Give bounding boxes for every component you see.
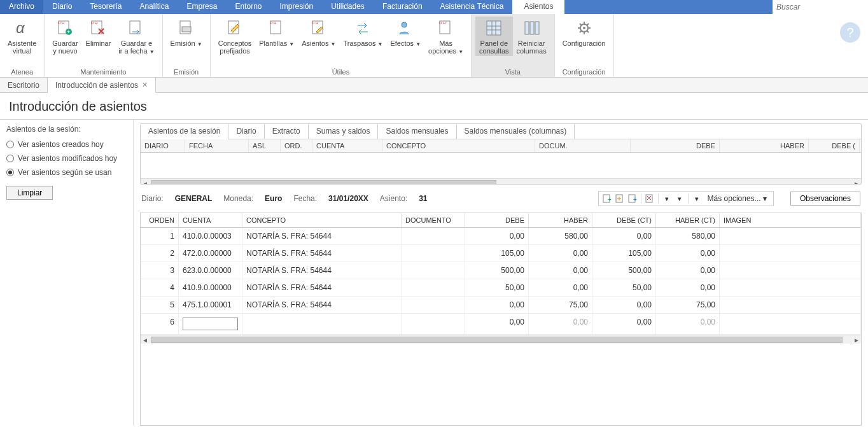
ribbon-btn-traspasos[interactable]: Traspasos ▼ — [339, 17, 386, 49]
radio-modificados-hoy[interactable]: Ver asientos modificados hoy — [6, 154, 127, 163]
tool1-icon[interactable]: ▾ — [661, 193, 673, 204]
svg-rect-20 — [530, 22, 534, 34]
menu-analitica[interactable]: Analítica — [130, 0, 178, 14]
delete-line-icon[interactable] — [644, 193, 655, 204]
subtab-sumas-y-saldos[interactable]: Sumas y saldos — [309, 124, 379, 139]
cell-debe: 0,00 — [465, 297, 529, 314]
session-col-debe[interactable]: DEBE — [631, 139, 720, 152]
tab-escritorio[interactable]: Escritorio — [0, 78, 48, 92]
ribbon-btn-asistente-virtual[interactable]: αAsistentevirtual — [4, 17, 40, 56]
menu-impresion[interactable]: Impresión — [270, 0, 322, 14]
cell-haber: 0,00 — [529, 262, 592, 279]
session-col-diario[interactable]: DIARIO — [141, 139, 185, 152]
col-imagen[interactable]: IMAGEN — [720, 213, 861, 228]
tool2-icon[interactable]: ▾ — [674, 193, 685, 204]
tab-introduccion-asientos[interactable]: Introducción de asientos ✕ — [48, 78, 156, 93]
menu-asistencia[interactable]: Asistencia Técnica — [431, 0, 513, 14]
scroll-thumb[interactable] — [151, 180, 496, 184]
ribbon-btn-configuración[interactable]: Configuración — [559, 17, 610, 48]
entries-body: 1410.0.0.00003NOTARÍA S. FRA: 546440,005… — [141, 228, 861, 335]
col-documento[interactable]: DOCUMENTO — [402, 213, 465, 228]
session-col-docum[interactable]: DOCUM. — [535, 139, 631, 152]
entries-scrollbar[interactable]: ◄ ► — [141, 335, 861, 344]
table-row[interactable]: 4410.9.0.00000NOTARÍA S. FRA: 5464450,00… — [141, 279, 861, 297]
scroll-right-icon[interactable]: ► — [852, 179, 861, 184]
table-row[interactable]: 1410.0.0.00003NOTARÍA S. FRA: 546440,005… — [141, 228, 861, 245]
session-col-ord[interactable]: ORD. — [281, 139, 312, 152]
cell-debect: 105,00 — [592, 245, 656, 262]
insert-line-icon[interactable] — [614, 193, 626, 204]
ribbon-btn-eliminar[interactable]: D HEliminar — [82, 17, 115, 48]
table-row-editing[interactable]: 60,000,000,000,00 — [141, 314, 861, 335]
menu-facturacion[interactable]: Facturación — [374, 0, 431, 14]
cell-orden: 6 — [141, 314, 179, 335]
radio-segun-usan[interactable]: Ver asientos según se usan — [6, 168, 127, 177]
menu-asientos-active[interactable]: Asientos — [512, 0, 564, 14]
ribbon-btn-guardar-e-ir-a-fecha[interactable]: Guardar eir a fecha ▼ — [115, 17, 158, 57]
mas-opciones-dropdown[interactable]: Más opciones... ▾ — [704, 193, 771, 204]
col-haberct[interactable]: HABER (CT) — [656, 213, 720, 228]
col-orden[interactable]: ORDEN — [141, 213, 179, 228]
cell-orden: 4 — [141, 279, 179, 297]
table-row[interactable]: 5475.1.0.00001NOTARÍA S. FRA: 546440,007… — [141, 297, 861, 314]
ribbon-btn-label: Traspasos ▼ — [343, 39, 382, 48]
ribbon-btn-asientos[interactable]: D HAsientos ▼ — [298, 17, 339, 49]
cell-documento — [402, 245, 465, 262]
ribbon-btn-más-opciones[interactable]: D HMásopciones ▼ — [424, 17, 467, 57]
subtab-diario[interactable]: Diario — [228, 124, 264, 139]
subtab-saldos-mensuales[interactable]: Saldos mensuales — [378, 124, 456, 139]
subtab-asientos-de-la-sesión[interactable]: Asientos de la sesión — [141, 124, 228, 139]
scroll-right-icon[interactable]: ► — [852, 335, 861, 344]
session-col-debe[interactable]: DEBE ( — [809, 139, 860, 152]
search-input[interactable] — [776, 3, 864, 11]
ribbon-btn-guardar-y-nuevo[interactable]: D H+Guardary nuevo — [48, 17, 81, 56]
cell-concepto: NOTARÍA S. FRA: 54644 — [242, 262, 402, 279]
ribbon-btn-reiniciar-columnas[interactable]: Reiniciarcolumnas — [513, 17, 550, 56]
table-row[interactable]: 3623.0.0.00000NOTARÍA S. FRA: 54644500,0… — [141, 262, 861, 279]
menu-entorno[interactable]: Entorno — [226, 0, 270, 14]
tab-label: Introducción de asientos — [55, 81, 138, 90]
ribbon-btn-plantillas[interactable]: D HPlantillas ▼ — [255, 17, 298, 49]
ribbon-btn-panel-de-consultas[interactable]: Panel deconsultas — [475, 17, 512, 56]
tool3-icon[interactable]: ▾ — [691, 193, 703, 204]
menu-utilidades[interactable]: Utilidades — [322, 0, 374, 14]
svg-point-15 — [402, 22, 407, 27]
observaciones-button[interactable]: Observaciones — [790, 192, 860, 206]
session-col-haber[interactable]: HABER — [720, 139, 809, 152]
horizontal-scrollbar[interactable]: ◄ ► — [141, 178, 861, 184]
radio-creados-hoy[interactable]: Ver asientos creados hoy — [6, 140, 127, 149]
close-icon[interactable]: ✕ — [142, 81, 148, 89]
session-col-asi[interactable]: ASI. — [249, 139, 281, 152]
menu-archivo[interactable]: Archivo — [0, 0, 43, 14]
limpiar-button[interactable]: Limpiar — [6, 186, 53, 200]
col-debe[interactable]: DEBE — [465, 213, 529, 228]
menu-diario[interactable]: Diario — [43, 0, 81, 14]
scroll-thumb[interactable] — [151, 337, 843, 343]
menu-bar: Archivo Diario Tesorería Analítica Empre… — [0, 0, 868, 14]
session-col-fecha[interactable]: FECHA — [185, 139, 249, 152]
cell-cuenta[interactable] — [179, 314, 242, 335]
col-concepto[interactable]: CONCEPTO — [242, 213, 402, 228]
menu-tesoreria[interactable]: Tesorería — [81, 0, 130, 14]
copy-line-icon[interactable]: + — [627, 193, 638, 204]
cell-concepto: NOTARÍA S. FRA: 54644 — [242, 228, 402, 245]
scroll-left-icon[interactable]: ◄ — [141, 179, 150, 184]
ribbon-btn-efectos[interactable]: Efectos ▼ — [386, 17, 424, 49]
ribbon-btn-emisión[interactable]: Emisión ▼ — [167, 17, 206, 49]
cuenta-input[interactable] — [183, 318, 238, 330]
col-haber[interactable]: HABER — [529, 213, 592, 228]
menu-empresa[interactable]: Empresa — [178, 0, 226, 14]
doc-arrow-icon — [126, 18, 146, 38]
session-col-concepto[interactable]: CONCEPTO — [382, 139, 535, 152]
session-col-cuenta[interactable]: CUENTA — [312, 139, 382, 152]
col-debect[interactable]: DEBE (CT) — [592, 213, 656, 228]
help-icon[interactable]: ? — [840, 22, 860, 43]
add-line-icon[interactable]: + — [601, 193, 613, 204]
scroll-left-icon[interactable]: ◄ — [141, 335, 150, 344]
subtab-extracto[interactable]: Extracto — [265, 124, 309, 139]
ribbon-group-label: Configuración — [559, 67, 610, 76]
col-cuenta[interactable]: CUENTA — [179, 213, 242, 228]
table-row[interactable]: 2472.0.0.00000NOTARÍA S. FRA: 54644105,0… — [141, 245, 861, 262]
ribbon-btn-conceptos-prefijados[interactable]: Conceptosprefijados — [214, 17, 256, 56]
subtab-saldos-mensuales-(columnas)[interactable]: Saldos mensuales (columnas) — [457, 124, 575, 139]
